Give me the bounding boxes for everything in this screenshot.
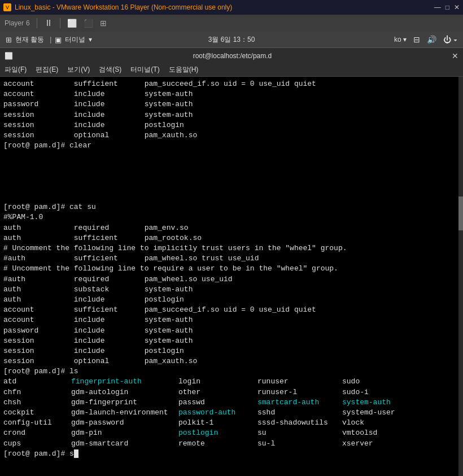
toolbar: Player 6 ⏸ ⬜ ⬛ ⊞	[0, 15, 463, 32]
line-blank-5	[3, 192, 460, 202]
line-sess-opt: session optional pam_xauth.so	[3, 356, 460, 366]
pause-button[interactable]: ⏸	[44, 18, 53, 28]
prompt-line[interactable]: [root@ pam.d]# s	[3, 449, 460, 459]
line-cat: [root@ pam.d]# cat su	[3, 202, 460, 212]
terminal-label[interactable]: 터미널	[65, 35, 85, 45]
terminal-window: ⬜ root@localhost:/etc/pam.d ✕ 파일(F) 편집(E…	[0, 47, 463, 476]
terminal-title: root@localhost:/etc/pam.d	[193, 52, 272, 60]
menu-search[interactable]: 검색(S)	[99, 65, 121, 75]
line-pam: #%PAM-1.0	[3, 212, 460, 222]
minimize-button[interactable]: —	[434, 3, 441, 11]
line-ls: [root@ pam.d]# ls	[3, 366, 460, 377]
line-auth-wheel2: #auth required pam_wheel.so use_uid	[3, 274, 460, 285]
menu-bar: 파일(F) 편집(E) 보기(V) 검색(S) 터미널(T) 도움말(H)	[0, 63, 463, 77]
lang-indicator[interactable]: ko ▾	[394, 36, 407, 43]
menu-view[interactable]: 보기(V)	[67, 65, 90, 75]
ls-row-1: atdfingerprint-authloginrunusersudo	[3, 377, 460, 387]
line-5: session include postlogin	[3, 120, 460, 130]
scrollbar-thumb[interactable]	[458, 196, 463, 230]
app-icon: V	[3, 3, 11, 11]
terminal-content[interactable]: account sufficient pam_succeed_if.so uid…	[0, 77, 463, 476]
terminal-titlebar: ⬜ root@localhost:/etc/pam.d ✕	[0, 47, 463, 63]
menu-help[interactable]: 도움말(H)	[169, 65, 199, 75]
line-auth-inc: auth include postlogin	[3, 295, 460, 305]
line-auth-req: auth required pam_env.so	[3, 223, 460, 233]
datetime: 3월 6일 13：50	[208, 36, 255, 43]
line-auth-sub: auth substack system-auth	[3, 285, 460, 295]
line-1: account sufficient pam_succeed_if.so uid…	[3, 79, 460, 89]
menu-file[interactable]: 파일(F)	[5, 65, 27, 75]
player-num: 6	[26, 19, 30, 27]
desktop-status-bar: ⊞ 현재 활동 | ▣ 터미널 ▾ 3월 6일 13：50 ko ▾ ⊟ 🔊 ⏻…	[0, 32, 463, 47]
network-icon[interactable]: ⊟	[413, 35, 420, 44]
ls-row-4: cockpitgdm-launch-environmentpassword-au…	[3, 408, 460, 418]
line-auth-suf: auth sufficient pam_rootok.so	[3, 233, 460, 243]
menu-edit[interactable]: 편집(E)	[36, 65, 58, 75]
title-bar: V Linux_basic - VMware Workstation 16 Pl…	[0, 0, 463, 15]
ls-row-6: crondgdm-pinpostloginsuvmtoolsd	[3, 428, 460, 438]
close-button[interactable]: ✕	[454, 3, 460, 11]
line-sess-inc1: session include system-auth	[3, 336, 460, 346]
terminal-dropdown[interactable]: ▾	[89, 36, 92, 43]
window-control-3[interactable]: ⊞	[100, 19, 107, 28]
power-icon[interactable]: ⏻ ▾	[443, 35, 457, 44]
activities-label[interactable]: 현재 활동	[15, 35, 44, 45]
menu-terminal[interactable]: 터미널(T)	[130, 65, 159, 75]
line-3: password include system-auth	[3, 99, 460, 110]
line-pass-inc: password include system-auth	[3, 326, 460, 336]
terminal-close-button[interactable]: ✕	[452, 51, 458, 60]
line-comment-1: # Uncomment the following line to implic…	[3, 243, 460, 254]
line-blank-4	[3, 182, 460, 192]
cursor	[74, 449, 78, 458]
line-blank-1	[3, 151, 460, 161]
line-blank-3	[3, 172, 460, 182]
ls-row-3: chshgdm-fingerprintpasswdsmartcard-auths…	[3, 398, 460, 408]
line-sess-inc2: session include postlogin	[3, 346, 460, 356]
restore-button[interactable]: □	[445, 3, 449, 11]
terminal-icon: ▣	[55, 36, 62, 44]
line-acct-inc: account include system-auth	[3, 315, 460, 325]
window-title: Linux_basic - VMware Workstation 16 Play…	[15, 3, 232, 11]
line-2: account include system-auth	[3, 89, 460, 99]
line-auth-wheel1: #auth sufficient pam_wheel.so trust use_…	[3, 254, 460, 264]
line-blank-2	[3, 161, 460, 172]
ls-row-7: cupsgdm-smartcardremotesu-lxserver	[3, 439, 460, 449]
window-control-2[interactable]: ⬛	[84, 19, 93, 28]
line-4: session include system-auth	[3, 110, 460, 120]
player-control: Player 6	[5, 19, 30, 27]
window-control-1[interactable]: ⬜	[67, 19, 77, 28]
ls-row-5: config-utilgdm-passwordpolkit-1sssd-shad…	[3, 418, 460, 428]
line-acct-suf: account sufficient pam_succeed_if.so uid…	[3, 305, 460, 315]
line-6: session optional pam_xauth.so	[3, 130, 460, 141]
activities-icon: ⊞	[6, 36, 12, 44]
player-label: Player	[5, 19, 24, 27]
line-comment-2: # Uncomment the following line to requir…	[3, 264, 460, 274]
volume-icon[interactable]: 🔊	[427, 35, 436, 44]
separator-1: |	[50, 36, 51, 43]
terminal-min-icon[interactable]: ⬜	[5, 52, 13, 60]
ls-row-2: chfngdm-autologinotherrunuser-lsudo-i	[3, 387, 460, 398]
line-7: [root@ pam.d]# clear	[3, 141, 460, 151]
scrollbar[interactable]	[458, 77, 463, 476]
